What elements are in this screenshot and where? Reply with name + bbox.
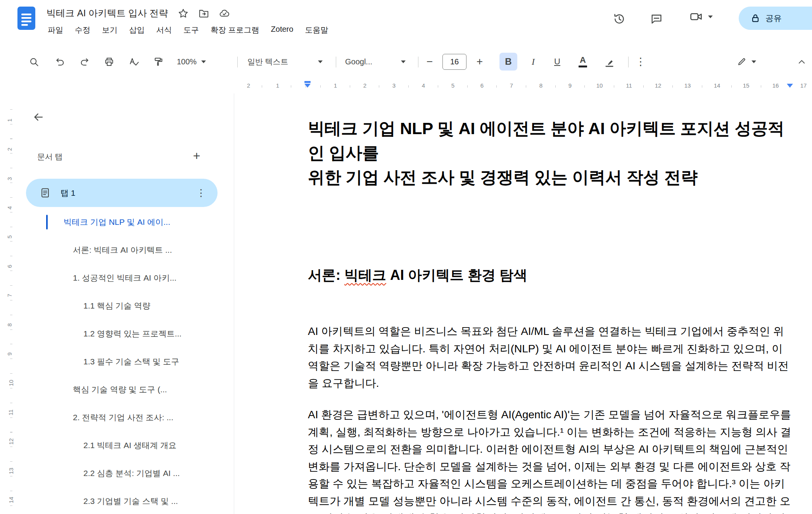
chevron-down-icon[interactable] — [708, 16, 713, 18]
paint-format-button[interactable] — [149, 53, 167, 71]
outline-item[interactable]: 1.3 필수 기술 스택 및 도구 — [19, 348, 234, 376]
lock-icon — [750, 13, 760, 23]
more-toolbar-options-button[interactable]: ⋮ — [632, 53, 650, 71]
outline-item[interactable]: 2.1 빅테크 AI 생태계 개요 — [19, 431, 234, 459]
heading-text: AI 아키텍트 환경 탐색 — [386, 267, 527, 283]
decrease-font-size-button[interactable]: − — [421, 53, 439, 71]
menu-item[interactable]: 파일 — [42, 22, 69, 38]
menu-item[interactable]: 삽입 — [123, 22, 150, 38]
undo-icon — [55, 57, 66, 67]
spellcheck-button[interactable] — [125, 53, 143, 71]
collapse-menus-button[interactable] — [793, 53, 810, 71]
ruler-number: 8 — [537, 82, 544, 89]
document-title[interactable]: 빅테크 AI 아키텍트 입사 전략 — [47, 7, 168, 19]
chevron-down-icon — [401, 60, 406, 63]
share-button[interactable]: 공유 — [739, 7, 812, 30]
video-call-button[interactable] — [689, 10, 713, 23]
print-icon — [104, 57, 114, 67]
menu-item[interactable]: 도움말 — [299, 22, 334, 38]
ruler-number: 6 — [6, 263, 13, 269]
google-docs-app: 빅테크 AI 아키텍트 입사 전략 파일 수정 보기 삽입 서식 도구 확장 프… — [0, 0, 812, 514]
text-color-button[interactable]: A — [574, 53, 592, 71]
tab-options-button[interactable]: ⋮ — [196, 187, 206, 198]
horizontal-ruler[interactable]: 2 1 1 2 3 4 5 6 7 8 9 10 11 12 13 1 — [233, 79, 812, 93]
menu-bar: 파일 수정 보기 삽입 서식 도구 확장 프로그램 Zotero 도움말 — [42, 22, 334, 38]
chevron-down-icon — [201, 60, 206, 63]
editing-mode-select[interactable] — [734, 53, 759, 71]
menu-item[interactable]: 수정 — [69, 22, 96, 38]
outline-item-label: 2.2 심층 분석: 기업별 AI ... — [83, 468, 180, 479]
ruler-ticks — [10, 95, 12, 514]
zoom-select[interactable]: 100% — [174, 53, 209, 71]
paragraph-style-select[interactable]: 일반 텍스트 — [244, 53, 326, 71]
ruler-number: 5 — [6, 234, 13, 240]
doc-paragraph[interactable]: AI 아키텍트의 역할은 비즈니스 목표와 첨단 AI/ML 솔루션을 연결하는… — [308, 323, 792, 392]
search-icon — [29, 57, 39, 67]
ruler-number: 4 — [6, 205, 13, 211]
increase-font-size-button[interactable]: + — [471, 53, 489, 71]
outline-item-label: 빅테크 기업 NLP 및 AI 에이... — [64, 217, 170, 228]
menu-item[interactable]: 확장 프로그램 — [205, 22, 265, 38]
doc-title-line[interactable]: 위한 기업 사전 조사 및 경쟁력 있는 이력서 작성 전략 — [308, 165, 792, 190]
bold-button[interactable]: B — [499, 53, 517, 71]
menu-item[interactable]: 보기 — [96, 22, 123, 38]
doc-body: AI 아키텍트의 역할은 비즈니스 목표와 첨단 AI/ML 솔루션을 연결하는… — [308, 323, 792, 514]
ruler-number: 15 — [741, 82, 752, 89]
toolbar-divider — [237, 57, 238, 67]
doc-heading[interactable]: 서론: 빅테크 AI 아키텍트 환경 탐색 — [308, 266, 792, 285]
outline-item[interactable]: 2. 전략적 기업 사전 조사: ... — [19, 404, 234, 431]
outline-item-label: 2. 전략적 기업 사전 조사: ... — [73, 412, 173, 423]
doc-title-line[interactable]: 빅테크 기업 NLP 및 AI 에이전트 분야 AI 아키텍트 포지션 성공적인… — [308, 116, 792, 165]
star-icon[interactable] — [178, 8, 188, 19]
ruler-number: 7 — [6, 292, 13, 298]
italic-button[interactable]: I — [524, 53, 542, 71]
outline-item[interactable]: 1. 성공적인 빅테크 AI 아키... — [19, 264, 234, 292]
menu-item[interactable]: 서식 — [150, 22, 178, 38]
docs-logo[interactable] — [17, 7, 35, 30]
menu-item[interactable]: Zotero — [265, 22, 299, 38]
share-label: 공유 — [765, 13, 782, 24]
outline-item[interactable]: 1.2 영향력 있는 프로젝트... — [19, 320, 234, 348]
version-history-icon[interactable] — [611, 10, 628, 28]
ruler-number: 3 — [6, 176, 13, 182]
outline-item[interactable]: 1.1 핵심 기술 역량 — [19, 292, 234, 320]
move-folder-icon[interactable] — [199, 8, 209, 19]
ruler-number: 2 — [6, 146, 13, 152]
font-family-select[interactable]: Googl... — [342, 53, 409, 71]
outline-item-label: 1. 성공적인 빅테크 AI 아키... — [73, 273, 176, 283]
menu-item[interactable]: 도구 — [178, 22, 205, 38]
comments-icon[interactable] — [648, 10, 665, 28]
outline-item[interactable]: 빅테크 기업 NLP 및 AI 에이... — [19, 208, 234, 236]
print-button[interactable] — [100, 53, 118, 71]
tab-item-active[interactable]: 탭 1 ⋮ — [26, 179, 218, 207]
undo-button[interactable] — [51, 53, 69, 71]
outline-item-label: 핵심 기술 역량 및 도구 (... — [73, 384, 167, 395]
right-indent-marker[interactable] — [787, 84, 793, 88]
outline-item[interactable]: 서론: 빅테크 AI 아키텍트 ... — [19, 236, 234, 264]
redo-button[interactable] — [75, 53, 93, 71]
search-menus-button[interactable] — [25, 53, 43, 71]
outline-item-label: 1.3 필수 기술 스택 및 도구 — [83, 356, 179, 367]
ruler-number: 9 — [6, 351, 13, 357]
panel-title: 문서 탭 — [37, 152, 63, 162]
outline-item[interactable]: 2.2 심층 분석: 기업별 AI ... — [19, 459, 234, 487]
outline-item[interactable]: 2.3 기업별 기술 스택 및 ... — [19, 487, 234, 514]
document-editing-area[interactable]: 빅테크 기업 NLP 및 AI 에이전트 분야 AI 아키텍트 포지션 성공적인… — [234, 93, 812, 514]
chevron-up-icon — [796, 57, 807, 67]
add-tab-button[interactable]: + — [188, 147, 206, 165]
underline-button[interactable]: U — [548, 53, 566, 71]
chevron-down-icon — [318, 60, 323, 63]
cloud-saved-icon[interactable] — [219, 8, 230, 19]
vertical-ruler[interactable]: 1 2 3 4 5 6 7 8 9 10 11 12 13 14 — [4, 95, 17, 514]
ruler-ticks — [233, 85, 812, 88]
left-indent-marker[interactable] — [304, 81, 311, 88]
outline-item[interactable]: 핵심 기술 역량 및 도구 (... — [19, 376, 234, 404]
highlight-color-button[interactable] — [600, 53, 618, 71]
doc-paragraph[interactable]: AI 환경은 급변하고 있으며, '에이전트형 AI(Agentic AI)'는… — [308, 406, 792, 514]
ruler-number: 12 — [653, 82, 663, 89]
font-size-input[interactable]: 16 — [442, 54, 466, 70]
tab-document-icon — [40, 188, 50, 198]
close-panel-button[interactable] — [29, 108, 47, 126]
toolbar-divider — [628, 57, 629, 67]
outline-item-label: 1.1 핵심 기술 역량 — [83, 300, 150, 311]
